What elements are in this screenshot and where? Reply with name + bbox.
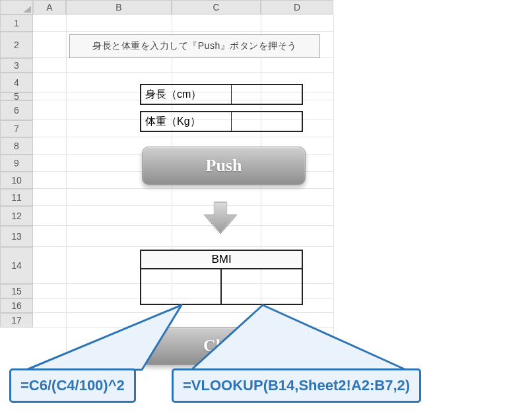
grid-row [33,313,333,328]
formula-text-right: =VLOOKUP(B14,Sheet2!A2:B7,2) [183,377,410,394]
col-header-c[interactable]: C [172,0,261,15]
row-header-6[interactable]: 6 [0,100,33,120]
column-header-row: A B C D [0,0,532,15]
select-all-corner[interactable] [0,0,33,15]
push-button[interactable]: Push [142,147,306,185]
grid-row [33,206,333,226]
weight-label: 体重（Kg） [141,112,232,131]
row-header-1[interactable]: 1 [0,15,33,32]
row-header-7[interactable]: 7 [0,120,33,137]
row-header-13[interactable]: 13 [0,226,33,247]
row-header-2[interactable]: 2 [0,32,33,58]
grid-row [33,15,333,32]
clear-button[interactable]: Clear [142,327,306,365]
row-header-15[interactable]: 15 [0,284,33,298]
bmi-header: BMI [141,251,302,269]
row-header-16[interactable]: 16 [0,298,33,313]
down-arrow-icon [201,201,240,235]
formula-text-left: =C6/(C4/100)^2 [20,377,125,394]
row-header-5[interactable]: 5 [0,92,33,100]
row-header-10[interactable]: 10 [0,172,33,189]
row-header-11[interactable]: 11 [0,189,33,206]
row-header-9[interactable]: 9 [0,155,33,172]
row-header-column: 1234567891011121314151617 [0,15,33,328]
grid-row [33,226,333,247]
push-button-label: Push [206,156,242,176]
row-header-4[interactable]: 4 [0,73,33,92]
row-header-12[interactable]: 12 [0,206,33,226]
formula-callout-right: =VLOOKUP(B14,Sheet2!A2:B7,2) [172,368,421,403]
grid-row [33,189,333,206]
weight-input-row: 体重（Kg） [140,111,303,132]
instruction-box: 身長と体重を入力して『Push』ボタンを押そう [69,34,320,58]
row-header-17[interactable]: 17 [0,313,33,328]
gridline [333,15,334,371]
row-header-14[interactable]: 14 [0,247,33,284]
height-input-cell[interactable] [232,85,302,104]
height-input-row: 身長（cm） [140,84,303,105]
grid-row [33,58,333,73]
gridline [261,15,261,371]
height-label: 身長（cm） [141,85,232,104]
formula-callout-left: =C6/(C4/100)^2 [9,368,136,403]
bmi-category-cell[interactable] [222,269,302,304]
gridline [172,15,172,371]
bmi-table: BMI [140,250,303,305]
bmi-value-cell[interactable] [141,269,222,304]
clear-button-label: Clear [203,336,244,356]
col-header-d[interactable]: D [261,0,333,15]
col-header-a[interactable]: A [33,0,66,15]
gridline [66,15,67,371]
col-header-b[interactable]: B [66,0,172,15]
row-header-3[interactable]: 3 [0,58,33,73]
weight-input-cell[interactable] [232,112,302,131]
row-header-8[interactable]: 8 [0,137,33,155]
